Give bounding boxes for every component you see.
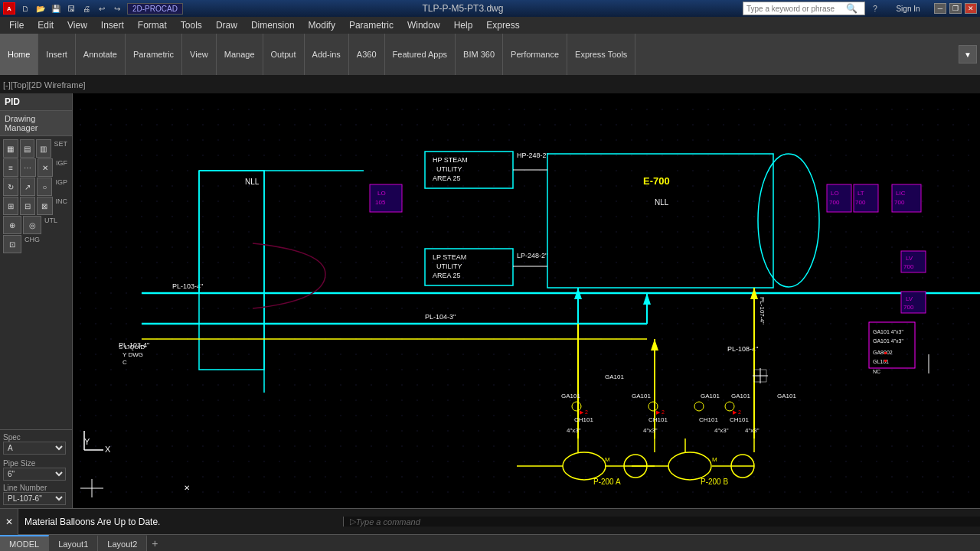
menu-help[interactable]: Help (448, 17, 479, 34)
drawing-manager-button[interactable]: Drawing Manager (0, 111, 72, 136)
redo-button[interactable]: ↪ (110, 2, 124, 15)
spec-area: Spec A Pipe Size 6" Line Number PL-107-6… (0, 429, 72, 508)
svg-text:AREA 25: AREA 25 (433, 174, 461, 182)
svg-text:NLL: NLL (245, 178, 260, 186)
menu-express[interactable]: Express (480, 17, 525, 34)
tab-view[interactable]: View (182, 34, 217, 75)
tool-label-chg[interactable]: CHG (23, 235, 41, 253)
tab-addins[interactable]: Add-ins (305, 34, 349, 75)
tab-express-tools[interactable]: Express Tools (567, 34, 635, 75)
save-as-button[interactable]: 🖫 (64, 2, 78, 15)
svg-text:C: C (122, 359, 127, 366)
tab-a360[interactable]: A360 (349, 34, 385, 75)
tool-cols[interactable]: ▥ (36, 139, 51, 158)
canvas-area[interactable]: Y X ✕ HP STEAM UTILITY AREA 25 HP-248-2" (73, 93, 980, 508)
svg-text:700: 700 (855, 199, 866, 206)
search-box[interactable]: 🔍 (743, 2, 865, 15)
tool-shrink[interactable]: ⊟ (20, 197, 35, 215)
search-icon[interactable]: 🔍 (846, 3, 858, 14)
svg-text:NLL: NLL (655, 198, 669, 207)
search-input[interactable] (746, 5, 846, 13)
menu-tools[interactable]: Tools (175, 17, 208, 34)
tool-expand[interactable]: ⊠ (37, 197, 52, 215)
layout-bar: MODEL Layout1 Layout2 + (0, 534, 980, 551)
menu-edit[interactable]: Edit (31, 17, 60, 34)
svg-text:▶ 2: ▶ 2 (580, 409, 588, 415)
tab-performance[interactable]: Performance (503, 34, 567, 75)
message-close-button[interactable]: ✕ (0, 509, 18, 535)
tab-insert[interactable]: Insert (38, 34, 76, 75)
tab-bim360[interactable]: BIM 360 (456, 34, 503, 75)
undo-button[interactable]: ↩ (95, 2, 109, 15)
menu-parametric[interactable]: Parametric (343, 17, 400, 34)
svg-rect-38 (827, 184, 851, 212)
command-area[interactable]: ▷ Type a command (343, 517, 980, 527)
tool-grid[interactable]: ▦ (3, 139, 18, 158)
add-layout-button[interactable]: + (147, 536, 162, 551)
tool-dots[interactable]: ⋯ (20, 158, 35, 177)
svg-rect-30 (370, 184, 402, 212)
new-button[interactable]: 🗋 (18, 2, 32, 15)
tab-parametric[interactable]: Parametric (126, 34, 182, 75)
close-button[interactable]: ✕ (965, 3, 977, 14)
tab-model[interactable]: MODEL (0, 535, 49, 551)
minimize-button[interactable]: ─ (934, 3, 946, 14)
svg-text:700: 700 (903, 263, 914, 270)
menu-modify[interactable]: Modify (302, 17, 341, 34)
svg-text:GA101: GA101 (777, 393, 796, 399)
open-button[interactable]: 📂 (34, 2, 47, 15)
tool-measure[interactable]: ⊕ (3, 216, 21, 234)
svg-text:NC: NC (873, 369, 880, 374)
print-button[interactable]: 🖨 (80, 2, 93, 15)
spec-select[interactable]: A (3, 442, 66, 455)
help-icon[interactable]: ? (868, 2, 882, 15)
tool-tag[interactable]: ⊡ (3, 235, 21, 253)
save-button[interactable]: 💾 (49, 2, 63, 15)
view-info: [-][Top][2D Wireframe] (3, 80, 86, 90)
tool-arrow[interactable]: ↗ (20, 178, 35, 196)
tool-rows[interactable]: ▤ (20, 139, 35, 158)
svg-text:GA101: GA101 (632, 393, 651, 399)
cad-drawing[interactable]: Y X ✕ HP STEAM UTILITY AREA 25 HP-248-2" (73, 93, 980, 508)
menu-draw[interactable]: Draw (210, 17, 243, 34)
menu-view[interactable]: View (61, 17, 93, 34)
svg-text:700: 700 (903, 304, 914, 311)
tool-label-igf[interactable]: IGF (54, 158, 69, 177)
svg-text:LO: LO (831, 190, 839, 197)
tab-manage[interactable]: Manage (217, 34, 263, 75)
tool-label-set[interactable]: SET (53, 139, 70, 158)
tool-resize[interactable]: ⊞ (3, 197, 18, 215)
svg-text:GA101 4"x3": GA101 4"x3" (873, 338, 904, 344)
tab-layout2[interactable]: Layout2 (98, 535, 147, 551)
svg-text:700: 700 (894, 199, 905, 206)
svg-text:AREA 25: AREA 25 (433, 272, 461, 279)
svg-text:CH101: CH101 (648, 416, 668, 423)
sign-in-button[interactable]: Sign In (885, 2, 931, 15)
tab-home[interactable]: Home (0, 34, 38, 75)
tool-label-inc[interactable]: INC (54, 197, 70, 215)
line-number-select[interactable]: PL-107-6" (3, 492, 66, 505)
tab-output[interactable]: Output (263, 34, 305, 75)
tool-row-2: ≡ ⋯ ✕ IGF (3, 158, 69, 177)
command-prompt: Type a command (356, 517, 420, 527)
menu-format[interactable]: Format (132, 17, 173, 34)
tab-annotate[interactable]: Annotate (76, 34, 126, 75)
tab-layout1[interactable]: Layout1 (49, 535, 98, 551)
tool-x[interactable]: ✕ (38, 158, 53, 177)
svg-rect-44 (892, 184, 921, 212)
pipe-size-select[interactable]: 6" (3, 468, 66, 481)
tab-featured[interactable]: Featured Apps (385, 34, 456, 75)
menu-window[interactable]: Window (401, 17, 446, 34)
tool-label-utl[interactable]: UTL (43, 216, 59, 234)
tool-filter[interactable]: ◎ (23, 216, 41, 234)
menu-dimension[interactable]: Dimension (245, 17, 301, 34)
restore-button[interactable]: ❐ (949, 3, 962, 14)
menu-file[interactable]: File (3, 17, 30, 34)
tool-circle[interactable]: ○ (37, 178, 52, 196)
tool-rotate[interactable]: ↻ (3, 178, 18, 196)
tool-lines[interactable]: ≡ (3, 158, 18, 177)
menu-insert[interactable]: Insert (95, 17, 130, 34)
tool-label-igp[interactable]: IGP (54, 178, 69, 196)
ribbon-menu-btn[interactable]: ▼ (959, 45, 977, 64)
message-bar: ✕ Material Balloons Are Up to Date. ▷ Ty… (0, 508, 980, 534)
